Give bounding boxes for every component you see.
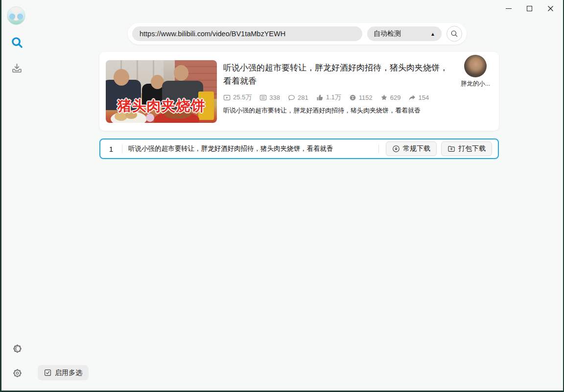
stat-likes: 1.1万: [316, 93, 341, 102]
search-button[interactable]: [446, 26, 462, 42]
close-button[interactable]: [540, 1, 561, 16]
settings-button[interactable]: [11, 367, 24, 380]
coin-icon: [349, 94, 356, 101]
video-stats-row: 25.5万 338 281 1.1万 1152: [223, 93, 429, 102]
share-icon: [408, 94, 416, 101]
stat-danmaku: 338: [259, 94, 280, 101]
pack-download-button[interactable]: 打包下载: [441, 141, 492, 156]
close-icon: [547, 5, 554, 12]
search-icon: [11, 36, 24, 49]
search-bar: 自动检测 ▲: [128, 23, 467, 45]
row-title: 听说小强的超市要转让，胖龙好酒好肉招待，猪头肉夹烧饼，看着就香: [128, 144, 333, 153]
minimize-icon: [506, 8, 512, 9]
maximize-icon: [527, 6, 532, 11]
download-row[interactable]: 1 听说小强的超市要转让，胖龙好酒好肉招待，猪头肉夹烧饼，看着就香 常规下载 打…: [99, 138, 499, 159]
minimize-button[interactable]: [498, 1, 519, 16]
download-tray-icon: [11, 62, 23, 74]
stat-coins: 1152: [349, 94, 373, 101]
like-icon: [316, 94, 324, 101]
uploader-name: 胖龙的小...: [457, 80, 494, 88]
search-icon: [450, 30, 458, 38]
video-description: 听说小强的超市要转让，胖龙好酒好肉招待，猪头肉夹烧饼，看着就香: [223, 106, 546, 115]
divider: [378, 144, 379, 153]
regular-download-button[interactable]: 常规下载: [386, 141, 437, 156]
gear-icon: [12, 368, 23, 379]
stat-favorites: 629: [380, 94, 401, 101]
thumbnail-overlay-text: 猪头肉夹烧饼: [106, 96, 217, 116]
sidebar-item-search[interactable]: [10, 36, 24, 49]
video-thumbnail[interactable]: 猪头肉夹烧饼: [106, 60, 217, 123]
comment-icon: [288, 94, 295, 101]
checkbox-icon: [44, 369, 51, 376]
theme-moon-gear-icon: [12, 343, 23, 354]
play-count-icon: [223, 94, 231, 101]
uploader-avatar[interactable]: [464, 55, 487, 77]
theme-toggle-button[interactable]: [11, 342, 24, 355]
app-logo-avatar: [7, 6, 25, 25]
folder-plus-icon: [447, 145, 455, 153]
circle-download-icon: [392, 145, 400, 153]
video-title: 听说小强的超市要转让，胖龙好酒好肉招待，猪头肉夹烧饼，看着就香: [223, 61, 451, 88]
maximize-button[interactable]: [519, 1, 540, 16]
window-controls: [498, 1, 561, 16]
row-index: 1: [100, 145, 122, 153]
stat-shares: 154: [408, 94, 429, 101]
stat-comments: 281: [288, 94, 308, 101]
divider: [122, 144, 122, 153]
dropdown-arrow-icon: ▲: [430, 31, 435, 37]
stat-views: 25.5万: [223, 93, 252, 102]
danmaku-icon: [259, 94, 267, 101]
favorite-star-icon: [380, 94, 388, 101]
site-detect-label: 自动检测: [374, 29, 401, 38]
url-input[interactable]: [132, 26, 362, 41]
enable-multi-select-button[interactable]: 启用多选: [38, 365, 89, 380]
sidebar-item-downloads[interactable]: [10, 62, 24, 75]
site-detect-dropdown[interactable]: 自动检测 ▲: [367, 26, 442, 41]
video-card: 猪头肉夹烧饼 听说小强的超市要转让，胖龙好酒好肉招待，猪头肉夹烧饼，看着就香 2…: [99, 52, 499, 131]
app-window: { "header": { "url_value": "https://www.…: [0, 0, 564, 392]
